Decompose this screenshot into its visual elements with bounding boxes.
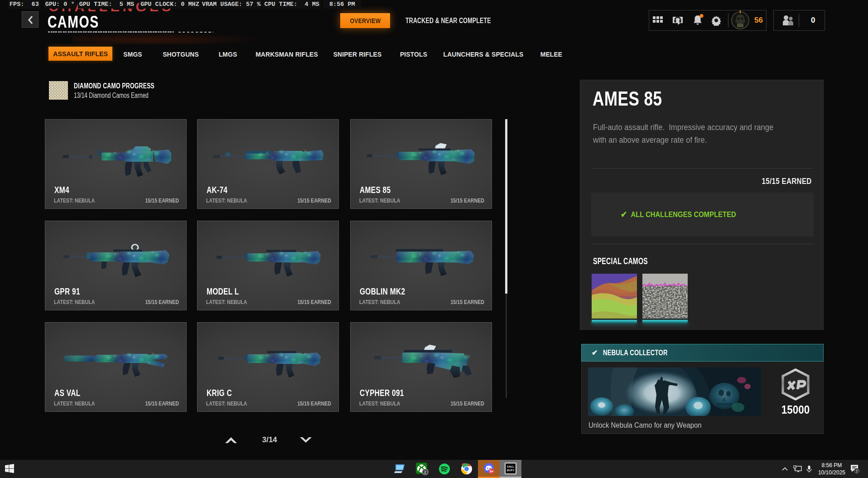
svg-text:2: 2 bbox=[424, 469, 426, 474]
svg-text:7: 7 bbox=[855, 469, 858, 473]
svg-text:CALL: CALL bbox=[507, 465, 514, 468]
svg-text:9+: 9+ bbox=[490, 469, 494, 473]
svg-text:DUTY: DUTY bbox=[507, 469, 514, 472]
